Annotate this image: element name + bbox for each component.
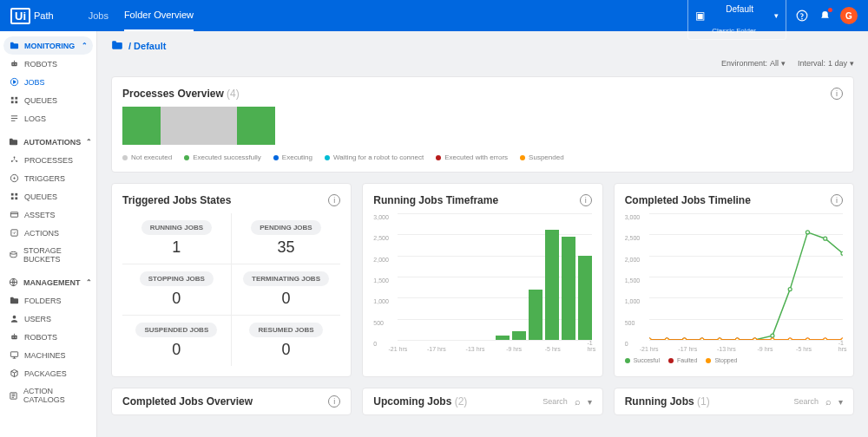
bottom-card: Completed Jobs Overview i <box>111 388 352 415</box>
sidebar-item-logs[interactable]: LOGS <box>3 109 93 127</box>
sidebar-group-automations[interactable]: AUTOMATIONS⌃ <box>3 133 93 151</box>
sidebar-item-users[interactable]: USERS <box>3 310 93 328</box>
line-chart-legend: SuccesfulFaultedStopped <box>625 357 843 363</box>
queue-icon <box>9 95 19 105</box>
tab-jobs[interactable]: Jobs <box>89 0 108 31</box>
legend-item: Suspended <box>520 153 563 161</box>
proc-icon <box>9 155 19 165</box>
info-icon[interactable]: i <box>831 194 843 206</box>
logo-text: Path <box>34 10 54 21</box>
sidebar-group-management[interactable]: MANAGEMENT⌃ <box>3 273 93 291</box>
avatar[interactable]: G <box>840 7 858 24</box>
filter-icon[interactable]: ▾ <box>838 397 843 407</box>
legend-item: Succesful <box>625 357 660 363</box>
logo: Ui Path <box>10 8 54 24</box>
legend-item: Executed successfully <box>184 153 261 161</box>
svg-rect-9 <box>15 101 17 103</box>
folder-icon <box>9 296 19 305</box>
process-square <box>122 107 161 145</box>
sidebar-item-robots[interactable]: ROBOTS <box>3 55 93 73</box>
help-icon[interactable] <box>795 9 809 23</box>
filter-icon[interactable]: ▾ <box>588 397 592 407</box>
svg-point-58 <box>753 338 756 340</box>
state-cell: TERMINATING JOBS0 <box>232 264 341 316</box>
info-icon[interactable]: i <box>328 194 340 206</box>
chevron-up-icon: ⌃ <box>86 278 92 286</box>
sidebar-item-packages[interactable]: PACKAGES <box>3 364 93 382</box>
svg-rect-2 <box>11 62 16 67</box>
svg-rect-7 <box>15 97 17 100</box>
info-icon[interactable]: i <box>580 194 592 206</box>
svg-point-60 <box>788 338 792 340</box>
process-squares <box>122 107 843 145</box>
asset-icon <box>9 210 19 219</box>
queue-icon <box>9 192 19 201</box>
interval-filter[interactable]: Interval: 1 day ▾ <box>798 59 854 68</box>
svg-point-24 <box>12 336 13 337</box>
sidebar-group-monitoring[interactable]: MONITORING⌃ <box>3 36 93 55</box>
sidebar-item-robots[interactable]: ROBOTS <box>3 328 93 346</box>
svg-point-1 <box>802 18 803 19</box>
state-cell: RUNNING JOBS1 <box>122 213 232 264</box>
process-square <box>161 107 199 145</box>
bucket-icon <box>9 251 18 260</box>
robot-icon <box>9 332 19 342</box>
svg-rect-15 <box>15 193 17 196</box>
sidebar-item-assets[interactable]: ASSETS <box>3 205 93 224</box>
sidebar-item-storage-buckets[interactable]: STORAGE BUCKETS <box>3 242 93 268</box>
svg-point-38 <box>823 237 826 240</box>
line-chart: 05001,0001,5002,0002,5003,000-21 hrs-17 … <box>625 213 843 352</box>
process-square <box>199 107 237 145</box>
card-title: Processes Overview (4) <box>122 88 240 100</box>
breadcrumb[interactable]: / Default <box>111 40 854 52</box>
info-icon[interactable]: i <box>831 88 843 100</box>
svg-point-36 <box>788 288 792 291</box>
processes-overview-card: Processes Overview (4) i Not executedExe… <box>111 76 854 173</box>
notification-dot <box>828 8 832 12</box>
filters: Environment: All ▾ Interval: 1 day ▾ <box>111 59 854 68</box>
svg-point-61 <box>806 338 809 340</box>
svg-point-3 <box>12 63 13 64</box>
chevron-up-icon: ⌃ <box>82 42 88 49</box>
logo-box: Ui <box>10 8 30 24</box>
svg-rect-14 <box>10 193 13 196</box>
svg-rect-23 <box>11 336 16 340</box>
sidebar-item-folders[interactable]: FOLDERS <box>3 291 93 310</box>
sidebar-item-action-catalogs[interactable]: ACTION CATALOGS <box>3 382 93 408</box>
logs-icon <box>9 114 19 123</box>
state-cell: STOPPING JOBS0 <box>122 264 232 316</box>
bell-icon[interactable] <box>818 9 832 23</box>
svg-point-4 <box>15 63 16 64</box>
trigger-icon <box>9 173 19 183</box>
svg-rect-8 <box>10 101 13 103</box>
package-icon <box>9 369 19 378</box>
completed-jobs-timeline-card: Completed Jobs Timeline i 05001,0001,500… <box>614 183 854 377</box>
sidebar-item-triggers[interactable]: TRIGGERS <box>3 169 93 187</box>
sidebar-item-processes[interactable]: PROCESSES <box>3 151 93 169</box>
chevron-down-icon: ▾ <box>850 59 854 68</box>
search-icon[interactable]: ⌕ <box>825 396 832 407</box>
search-icon[interactable]: ⌕ <box>575 396 581 407</box>
svg-rect-17 <box>15 197 17 199</box>
sidebar-item-jobs[interactable]: JOBS <box>3 73 93 91</box>
environment-filter[interactable]: Environment: All ▾ <box>721 59 786 68</box>
catalog-icon <box>9 391 18 401</box>
sidebar-item-actions[interactable]: ACTIONS <box>3 224 93 242</box>
user-icon <box>9 314 19 323</box>
tab-folder-overview[interactable]: Folder Overview <box>124 0 194 31</box>
svg-rect-26 <box>10 352 17 357</box>
svg-point-56 <box>718 338 721 340</box>
play-icon <box>9 77 19 87</box>
svg-point-55 <box>700 338 703 340</box>
info-icon[interactable]: i <box>328 395 340 408</box>
sidebar-item-queues[interactable]: QUEUES <box>3 187 93 205</box>
process-square <box>237 107 275 145</box>
svg-point-22 <box>12 316 16 319</box>
chevron-down-icon: ▾ <box>774 11 779 20</box>
svg-rect-6 <box>10 97 13 100</box>
sidebar-item-machines[interactable]: MACHINES <box>3 346 93 364</box>
svg-rect-18 <box>10 212 17 218</box>
svg-rect-16 <box>10 197 13 199</box>
legend-item: Executed with errors <box>436 153 508 161</box>
sidebar-item-queues[interactable]: QUEUES <box>3 91 93 109</box>
